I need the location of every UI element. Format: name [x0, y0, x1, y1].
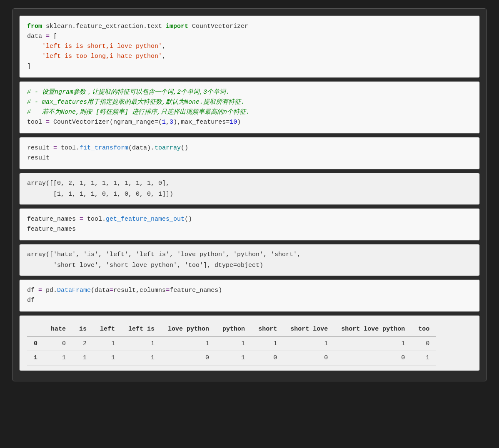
df-cell: 1 — [122, 336, 161, 351]
df-cell: 1 — [44, 351, 72, 366]
df-col-header: love python — [161, 322, 216, 336]
code-cell-cell1: from sklearn.feature_extraction.text imp… — [19, 15, 480, 78]
df-cell: 1 — [216, 351, 252, 366]
df-cell: 1 — [216, 336, 252, 351]
df-cell: 0 — [284, 351, 334, 366]
df-cell: 1 — [122, 351, 161, 366]
df-col-header: python — [216, 322, 252, 336]
df-cell: 0 — [44, 336, 72, 351]
notebook: from sklearn.feature_extraction.text imp… — [12, 8, 487, 381]
df-row-index: 1 — [27, 351, 44, 366]
df-cell: 1 — [93, 336, 122, 351]
df-col-header: too — [412, 322, 436, 336]
df-col-header: short — [252, 322, 284, 336]
dataframe-cell-cell5-out: hateisleftleft islove pythonpythonshorts… — [19, 315, 480, 371]
df-cell: 1 — [93, 351, 122, 366]
df-col-header: left — [93, 322, 122, 336]
df-col-header: short love — [284, 322, 334, 336]
code-cell-cell2: # - 设置ngram参数，让提取的特征可以包含一个词,2个单词,3个单词. #… — [19, 81, 480, 134]
df-cell: 1 — [284, 336, 334, 351]
df-cell: 1 — [412, 351, 436, 366]
df-cell: 1 — [252, 336, 284, 351]
code-cell-cell5: df = pd.DataFrame(data=result,columns=fe… — [19, 279, 480, 312]
df-cell: 0 — [412, 336, 436, 351]
df-cell: 0 — [334, 351, 412, 366]
df-col-header: is — [72, 322, 93, 336]
code-cell-cell4: feature_names = tool.get_feature_names_o… — [19, 208, 480, 241]
df-col-header: left is — [122, 322, 161, 336]
df-cell: 1 — [161, 336, 216, 351]
code-cell-cell3: result = tool.fit_transform(data).toarra… — [19, 137, 480, 169]
df-col-header: short love python — [334, 322, 412, 336]
df-row-index: 0 — [27, 336, 44, 351]
output-cell-cell3-out: array([[0, 2, 1, 1, 1, 1, 1, 1, 1, 0], [… — [19, 173, 480, 205]
output-cell-cell4-out: array(['hate', 'is', 'left', 'left is', … — [19, 244, 480, 276]
df-cell: 2 — [72, 336, 93, 351]
df-cell: 0 — [252, 351, 284, 366]
df-cell: 0 — [161, 351, 216, 366]
df-cell: 1 — [334, 336, 412, 351]
df-cell: 1 — [72, 351, 93, 366]
df-col-header: hate — [44, 322, 72, 336]
df-col-header — [27, 322, 44, 336]
